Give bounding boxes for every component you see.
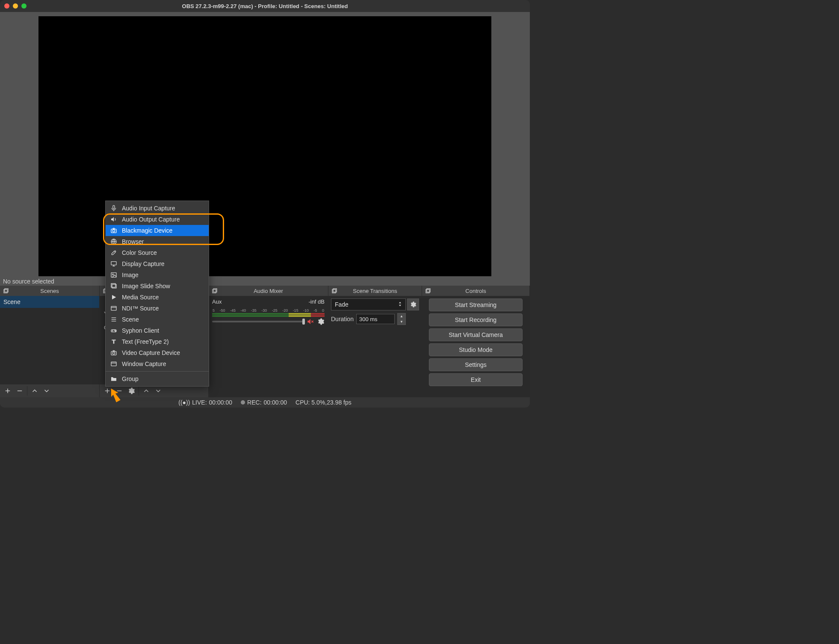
scenes-panel: Scenes Scene (0, 286, 100, 397)
scenes-title: Scenes (40, 288, 59, 294)
status-bar: ((●)) LIVE: 00:00:00 REC: 00:00:00 CPU: … (0, 397, 530, 408)
svg-marker-31 (112, 295, 116, 300)
broadcast-icon: ((●)) (178, 399, 190, 406)
window-minimize-button[interactable] (13, 3, 18, 9)
duration-stepper[interactable]: ▲▼ (397, 313, 406, 325)
svg-rect-24 (111, 262, 116, 265)
source-settings-button[interactable] (125, 385, 137, 397)
svg-rect-32 (111, 306, 116, 310)
record-dot-icon (241, 400, 245, 405)
source-menu-item-image-slide-show[interactable]: Image Slide Show (106, 281, 209, 292)
source-menu-item-video-capture-device[interactable]: Video Capture Device (106, 347, 209, 358)
status-cpu: CPU: 5.0%,23.98 fps (295, 399, 352, 406)
status-rec: REC: 00:00:00 (241, 399, 287, 406)
undock-icon[interactable] (211, 287, 218, 294)
mute-icon[interactable] (307, 318, 314, 325)
source-menu-item-media-source[interactable]: Media Source (106, 292, 209, 303)
text-icon (110, 338, 118, 346)
move-source-up-button[interactable] (140, 385, 152, 397)
panels-row: Scenes Scene Sources Yo (0, 286, 530, 397)
svg-rect-27 (111, 273, 116, 278)
scenes-list[interactable]: Scene (0, 296, 99, 384)
svg-marker-17 (399, 304, 401, 306)
remove-scene-button[interactable] (14, 385, 26, 397)
add-scene-button[interactable] (2, 385, 14, 397)
controls-title: Controls (465, 288, 486, 294)
transitions-header: Scene Transitions (328, 286, 422, 296)
list-icon (110, 316, 118, 323)
svg-rect-0 (5, 289, 8, 292)
controls-panel: Controls Start Streaming Start Recording… (422, 286, 530, 397)
mixer-channel-name: Aux (212, 298, 222, 305)
svg-rect-14 (333, 289, 337, 292)
no-source-label: No source selected (0, 277, 530, 286)
transition-settings-button[interactable] (407, 298, 419, 310)
duration-label: Duration (331, 316, 354, 322)
scenes-header: Scenes (0, 286, 99, 296)
source-menu-item-window-capture[interactable]: Window Capture (106, 358, 209, 369)
transition-selected-label: Fade (335, 301, 349, 308)
undock-icon[interactable] (331, 287, 338, 294)
transition-select[interactable]: Fade (331, 298, 406, 310)
start-streaming-button[interactable]: Start Streaming (429, 298, 523, 311)
svg-marker-16 (399, 301, 401, 303)
controls-body: Start Streaming Start Recording Start Vi… (422, 296, 529, 397)
source-menu-item-image[interactable]: Image (106, 269, 209, 281)
undock-icon[interactable] (425, 287, 431, 294)
scene-item[interactable]: Scene (0, 296, 99, 308)
brush-icon (110, 249, 118, 257)
menu-separator (106, 371, 209, 372)
svg-rect-10 (213, 289, 217, 292)
transitions-body: Fade Duration 300 ms ▲▼ (328, 296, 422, 397)
undock-icon[interactable] (3, 287, 9, 294)
monitor-icon (110, 260, 118, 268)
svg-rect-1 (4, 290, 7, 293)
scenes-toolbar (0, 384, 99, 397)
exit-button[interactable]: Exit (429, 373, 523, 386)
move-scene-up-button[interactable] (29, 385, 41, 397)
window-close-button[interactable] (4, 3, 9, 9)
svg-marker-46 (107, 387, 122, 403)
move-source-down-button[interactable] (152, 385, 164, 397)
ndi-icon (110, 304, 118, 312)
source-menu-item-audio-input-capture[interactable]: Audio Input Capture (106, 203, 209, 214)
source-menu-item-audio-output-capture[interactable]: Audio Output Capture (106, 214, 209, 225)
speaker-icon (110, 216, 118, 223)
controls-header: Controls (422, 286, 529, 296)
volume-slider[interactable] (212, 321, 304, 322)
svg-point-28 (112, 274, 114, 275)
source-menu-item-browser[interactable]: Browser (106, 236, 209, 247)
source-menu-item-display-capture[interactable]: Display Capture (106, 258, 209, 269)
source-menu-item-syphon-client[interactable]: Syphon Client (106, 325, 209, 336)
status-live: ((●)) LIVE: 00:00:00 (178, 399, 232, 406)
source-menu-item-ndi-source[interactable]: NDI™ Source (106, 303, 209, 314)
preview-area (0, 12, 530, 277)
settings-button[interactable]: Settings (429, 358, 523, 371)
source-menu-item-blackmagic-device[interactable]: Blackmagic Device (106, 225, 209, 236)
source-menu-item-group[interactable]: Group (106, 373, 209, 384)
image-icon (110, 271, 118, 279)
move-scene-down-button[interactable] (41, 385, 53, 397)
mixer-body: Aux -inf dB 5-50-45-40-35-30-25-20-15-10… (209, 296, 328, 397)
globe-icon (110, 238, 118, 245)
add-source-menu[interactable]: Audio Input CaptureAudio Output CaptureB… (105, 201, 209, 387)
updown-icon (398, 301, 402, 308)
source-menu-item-scene[interactable]: Scene (106, 314, 209, 325)
chevron-up-icon[interactable]: ▲ (398, 313, 405, 319)
start-virtual-camera-button[interactable]: Start Virtual Camera (429, 328, 523, 341)
channel-settings-icon[interactable] (317, 318, 325, 325)
source-menu-item-color-source[interactable]: Color Source (106, 247, 209, 258)
folder-icon (110, 375, 118, 383)
source-menu-item-text-freetype-2-[interactable]: Text (FreeType 2) (106, 336, 209, 347)
studio-mode-button[interactable]: Studio Mode (429, 343, 523, 356)
window-maximize-button[interactable] (21, 3, 27, 9)
svg-point-43 (112, 352, 115, 354)
audio-meter: 5-50-45-40-35-30-25-20-15-10-50 (212, 308, 325, 314)
chevron-down-icon[interactable]: ▼ (398, 319, 405, 325)
duration-input[interactable]: 300 ms (356, 314, 395, 324)
svg-point-22 (112, 230, 115, 232)
traffic-lights (4, 3, 27, 9)
transitions-panel: Scene Transitions Fade Duration 300 ms ▲… (328, 286, 422, 397)
camera-icon (110, 349, 118, 357)
start-recording-button[interactable]: Start Recording (429, 313, 523, 326)
